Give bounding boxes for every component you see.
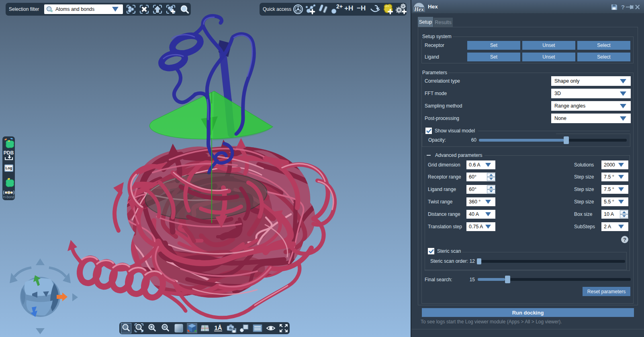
svg-text:2+: 2+	[336, 4, 343, 10]
svg-text:1Å: 1Å	[214, 324, 222, 331]
svg-text:?: ?	[621, 4, 625, 10]
svg-text:Hex: Hex	[414, 6, 424, 12]
